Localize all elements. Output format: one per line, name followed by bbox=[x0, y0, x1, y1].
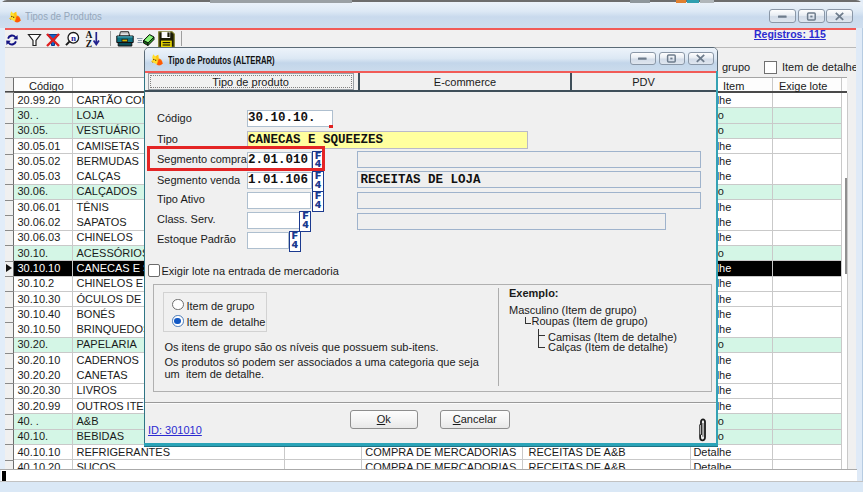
svg-text:n: n bbox=[71, 33, 76, 43]
svg-text:Z: Z bbox=[86, 39, 92, 48]
